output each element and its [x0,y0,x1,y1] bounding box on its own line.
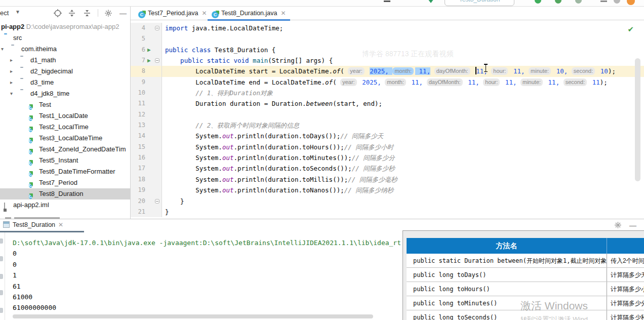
line-number[interactable]: 19 [138,185,145,195]
editor-scrollbar[interactable] [635,58,640,181]
tree-item-test7_period[interactable]: CTest7_Period [0,177,131,188]
console-horizontal-scrollbar[interactable] [13,314,373,318]
expand-all-icon[interactable] [68,9,76,17]
close-icon[interactable]: ✕ [58,221,63,228]
line-number[interactable]: 21 [138,207,145,217]
tab-test7-period[interactable]: CTest7_Period.java✕ [134,7,211,20]
chevron-down-icon[interactable] [428,0,434,3]
toolbar-minimize-fragment-icon[interactable] [384,1,390,2]
tree-item-api-app2.iml[interactable]: api-app2.iml [0,199,131,211]
editor-gutter: 4 [131,23,162,33]
editor-gutter: 17 [131,163,162,174]
tree-item-test2_localtime[interactable]: CTest2_LocalTime [0,122,131,133]
tree-item-test4_zoneid_zoneddatetim[interactable]: CTest4_ZoneId_ZonedDateTim [0,144,131,155]
line-number[interactable]: 17 [138,163,145,174]
tree-item-d3_time[interactable]: ▸d3_time [0,77,131,88]
hide-panel-icon[interactable]: — [119,9,128,17]
settings-gear-icon[interactable] [104,9,112,17]
line-number[interactable]: 7 [142,55,145,66]
tree-item-d1_math[interactable]: ▸d1_math [0,55,131,66]
chevron-right-icon[interactable]: ▸ [10,55,13,66]
line-number[interactable]: 16 [138,152,145,163]
code-line-8[interactable]: 8 LocalDateTime start = LocalDateTime.of… [131,66,644,76]
tree-item-test[interactable]: CTest [0,99,131,110]
table-row: public long toDays()计算隔多少天, [407,268,644,282]
profiler-icon[interactable] [627,0,635,5]
code-line-15[interactable]: 15 System.out.println(duration.toHours()… [131,142,644,152]
line-number[interactable]: 5 [142,33,145,44]
collapse-all-icon[interactable] [83,9,91,17]
close-icon[interactable]: ✕ [202,10,207,17]
fold-marker-icon[interactable] [155,58,159,63]
tree-item-label: pi-app2 D:\code\javasepromax\api-app2 [1,21,119,32]
tree-item-test8_duration[interactable]: CTest8_Duration [0,188,131,199]
tree-item-d2_bigdecimal[interactable]: ▸d2_bigdecimal [0,66,131,77]
editor-gutter: 9 [131,77,162,88]
tree-item-label: Test4_ZoneId_ZonedDateTim [39,144,126,155]
hide-panel-icon[interactable]: — [629,221,636,229]
line-number[interactable]: 4 [142,23,145,33]
code-line-16[interactable]: 16 System.out.println(duration.toMinutes… [131,152,644,163]
tree-item-test3_localdatetime[interactable]: CTest3_LocalDateTime [0,133,131,144]
tree-item-com.itheima[interactable]: ▾com.itheima [0,44,131,55]
code-line-5[interactable]: 5 [131,33,644,44]
code-line-9[interactable]: 9 LocalDateTime end = LocalDateTime.of( … [131,77,644,88]
tree-item-test6_datetimeformatter[interactable]: CTest6_DateTimeFormatter [0,166,131,177]
chevron-right-icon[interactable]: ▸ [10,77,13,88]
fold-marker-icon[interactable] [155,26,159,30]
code-line-11[interactable]: 11 Duration duration = Duration.between(… [131,98,644,109]
line-number[interactable]: 12 [138,109,145,120]
project-panel: ect ▼ — pi-app2 D:\code\javasepromax\api… [0,7,131,219]
line-number[interactable]: 13 [138,120,145,131]
code-line-18[interactable]: 18 System.out.println(duration.toMillis(… [131,174,644,185]
code-line-12[interactable]: 12 [131,109,644,120]
settings-gear-icon[interactable] [614,221,622,229]
chevron-down-icon[interactable]: ▾ [10,88,13,99]
run-line-icon[interactable]: ▶ [147,45,151,55]
debug-icon[interactable] [555,0,561,4]
console-tab-label: Test8_Duration [13,221,55,228]
search-icon[interactable] [614,0,620,4]
chevron-right-icon[interactable]: ▸ [10,66,13,77]
line-number[interactable]: 15 [138,142,145,152]
tree-item-test5_instant[interactable]: CTest5_Instant [0,155,131,166]
line-number[interactable]: 9 [142,77,145,88]
line-number[interactable]: 8 [142,66,145,76]
code-line-10[interactable]: 10 // 1、得到Duration对象 [131,88,644,98]
code-line-13[interactable]: 13 // 2、获取两个时间对象间隔的信息 [131,120,644,131]
code-line-19[interactable]: 19 System.out.println(duration.toNanos()… [131,185,644,195]
run-configuration-select[interactable]: Test8_Duration [445,0,514,6]
tree-item-label: Test5_Instant [39,155,78,166]
tree-item-label: d3_time [30,77,54,88]
line-number[interactable]: 14 [138,131,145,141]
close-icon[interactable]: ✕ [280,10,286,17]
code-line-20[interactable]: 20 } [131,196,644,207]
code-line-21[interactable]: 21} [131,207,644,217]
chevron-down-icon[interactable]: ▼ [15,9,20,15]
line-number[interactable]: 10 [138,88,145,98]
run-line-icon[interactable]: ▶ [147,56,151,66]
line-number[interactable]: 11 [138,98,145,109]
tab-test8-duration[interactable]: CTest8_Duration.java✕ [208,7,290,20]
line-number[interactable]: 18 [138,174,145,185]
coverage-icon[interactable] [575,0,582,4]
line-number[interactable]: 20 [138,196,145,207]
console-tab[interactable]: Test8_Duration✕ [3,221,63,228]
code-line-14[interactable]: 14 System.out.println(duration.toDays())… [131,131,644,141]
tree-item-src[interactable]: src [0,32,131,44]
inspections-ok-check-icon[interactable]: ✔ [627,25,634,34]
code-line-4[interactable]: 4import java.time.LocalDateTime; [131,23,644,33]
editor-gutter: 19 [131,185,162,195]
tree-item-pi-app2[interactable]: pi-app2 D:\code\javasepromax\api-app2 [0,21,131,32]
run-icon[interactable] [535,0,541,4]
fold-marker-icon[interactable] [155,199,159,204]
chevron-down-icon[interactable]: ▾ [1,44,4,55]
tree-item-label: Test7_Period [39,177,77,188]
line-number[interactable]: 6 [142,45,145,55]
locate-file-icon[interactable] [54,9,62,17]
tree-item-test1_localdate[interactable]: CTest1_LocalDate [0,110,131,122]
code-line-17[interactable]: 17 System.out.println(duration.toSeconds… [131,163,644,174]
stop-icon[interactable] [600,1,607,2]
project-panel-title[interactable]: ect [0,9,9,17]
tree-item-d4_jdk8_time[interactable]: ▾d4_jdk8_time [0,88,131,99]
